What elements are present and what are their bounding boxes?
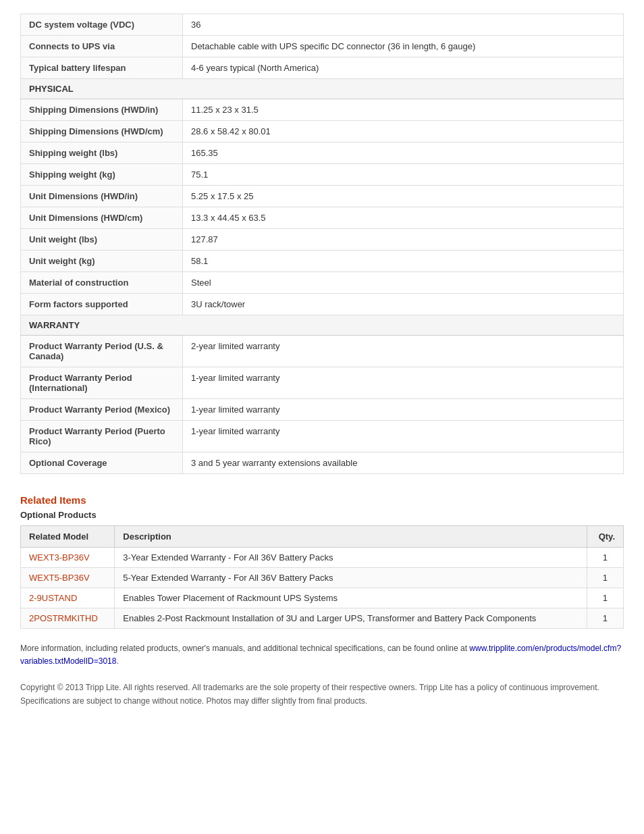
table-row: DC system voltage (VDC)36 [21,14,624,36]
related-model-cell[interactable]: WEXT5-BP36V [21,568,115,588]
spec-value: 13.3 x 44.45 x 63.5 [183,207,624,229]
related-desc-cell: 3-Year Extended Warranty - For All 36V B… [115,548,587,568]
table-row: Shipping weight (kg)75.1 [21,164,624,186]
model-link[interactable]: 2-9USTAND [29,593,77,603]
related-desc-cell: Enables Tower Placement of Rackmount UPS… [115,588,587,608]
table-row: Product Warranty Period (International)1… [21,367,624,399]
list-item: WEXT5-BP36V5-Year Extended Warranty - Fo… [21,568,624,588]
spec-value: 28.6 x 58.42 x 80.01 [183,121,624,142]
spec-label: Form factors supported [21,294,183,315]
spec-value: Steel [183,272,624,294]
model-link[interactable]: WEXT3-BP36V [29,552,90,563]
spec-value: 1-year limited warranty [183,367,624,399]
table-row: Material of constructionSteel [21,272,624,294]
table-row: Unit weight (kg)58.1 [21,251,624,272]
related-items-table: Related Model Description Qty. WEXT3-BP3… [20,525,624,629]
spec-value: Detachable cable with UPS specific DC co… [183,36,624,57]
spec-label: Unit Dimensions (HWD/cm) [21,207,183,229]
specs-section-header: PHYSICAL [21,79,624,99]
list-item: 2-9USTANDEnables Tower Placement of Rack… [21,588,624,608]
spec-value: 3U rack/tower [183,294,624,315]
table-row: Connects to UPS viaDetachable cable with… [21,36,624,57]
related-qty-cell: 1 [587,548,623,568]
spec-value: 127.87 [183,229,624,251]
list-item: WEXT3-BP36V3-Year Extended Warranty - Fo… [21,548,624,568]
spec-label: Product Warranty Period (Puerto Rico) [21,421,183,452]
spec-label: Shipping weight (lbs) [21,142,183,164]
col-header-model: Related Model [21,526,115,548]
spec-value: 165.35 [183,142,624,164]
table-row: Shipping Dimensions (HWD/cm)28.6 x 58.42… [21,121,624,142]
spec-label: Product Warranty Period (International) [21,367,183,399]
table-row: Typical battery lifespan4-6 years typica… [21,57,624,79]
copyright: Copyright © 2013 Tripp Lite. All rights … [20,681,624,707]
related-items-section: Related Items Optional Products Related … [20,494,624,629]
spec-label: Shipping Dimensions (HWD/in) [21,99,183,121]
table-row: Shipping weight (lbs)165.35 [21,142,624,164]
spec-label: Typical battery lifespan [21,57,183,79]
model-link[interactable]: 2POSTRMKITHD [29,613,98,623]
col-header-description: Description [115,526,587,548]
table-row: Unit Dimensions (HWD/in)5.25 x 17.5 x 25 [21,186,624,207]
spec-label: Unit Dimensions (HWD/in) [21,186,183,207]
table-row: Unit weight (lbs)127.87 [21,229,624,251]
more-info: More information, including related prod… [20,642,624,668]
related-qty-cell: 1 [587,608,623,629]
specs-section-header: WARRANTY [21,315,624,336]
spec-value: 58.1 [183,251,624,272]
spec-value: 5.25 x 17.5 x 25 [183,186,624,207]
spec-label: Product Warranty Period (Mexico) [21,399,183,421]
table-row: Product Warranty Period (Mexico)1-year l… [21,399,624,421]
related-desc-cell: 5-Year Extended Warranty - For All 36V B… [115,568,587,588]
more-info-text: More information, including related prod… [20,644,467,653]
table-row: Product Warranty Period (Puerto Rico)1-y… [21,421,624,452]
spec-value: 1-year limited warranty [183,399,624,421]
spec-label: DC system voltage (VDC) [21,14,183,36]
spec-label: Optional Coverage [21,452,183,474]
related-model-cell[interactable]: 2POSTRMKITHD [21,608,115,629]
spec-value: 75.1 [183,164,624,186]
related-items-title: Related Items [20,494,624,506]
spec-label: Connects to UPS via [21,36,183,57]
related-qty-cell: 1 [587,568,623,588]
specs-table: DC system voltage (VDC)36Connects to UPS… [20,14,624,474]
related-desc-cell: Enables 2-Post Rackmount Installation of… [115,608,587,629]
spec-value: 3 and 5 year warranty extensions availab… [183,452,624,474]
spec-value: 2-year limited warranty [183,336,624,367]
spec-label: Material of construction [21,272,183,294]
related-model-cell[interactable]: WEXT3-BP36V [21,548,115,568]
spec-label: Shipping Dimensions (HWD/cm) [21,121,183,142]
table-row: Shipping Dimensions (HWD/in)11.25 x 23 x… [21,99,624,121]
table-row: Product Warranty Period (U.S. & Canada)2… [21,336,624,367]
list-item: 2POSTRMKITHDEnables 2-Post Rackmount Ins… [21,608,624,629]
related-model-cell[interactable]: 2-9USTAND [21,588,115,608]
spec-label: Unit weight (kg) [21,251,183,272]
spec-value: 36 [183,14,624,36]
spec-label: Unit weight (lbs) [21,229,183,251]
spec-value: 4-6 years typical (North America) [183,57,624,79]
spec-value: 11.25 x 23 x 31.5 [183,99,624,121]
optional-products-label: Optional Products [20,510,624,520]
spec-label: Product Warranty Period (U.S. & Canada) [21,336,183,367]
table-row: Optional Coverage3 and 5 year warranty e… [21,452,624,474]
spec-value: 1-year limited warranty [183,421,624,452]
spec-label: Shipping weight (kg) [21,164,183,186]
table-row: Form factors supported3U rack/tower [21,294,624,315]
related-qty-cell: 1 [587,588,623,608]
col-header-qty: Qty. [587,526,623,548]
model-link[interactable]: WEXT5-BP36V [29,573,90,583]
table-row: Unit Dimensions (HWD/cm)13.3 x 44.45 x 6… [21,207,624,229]
